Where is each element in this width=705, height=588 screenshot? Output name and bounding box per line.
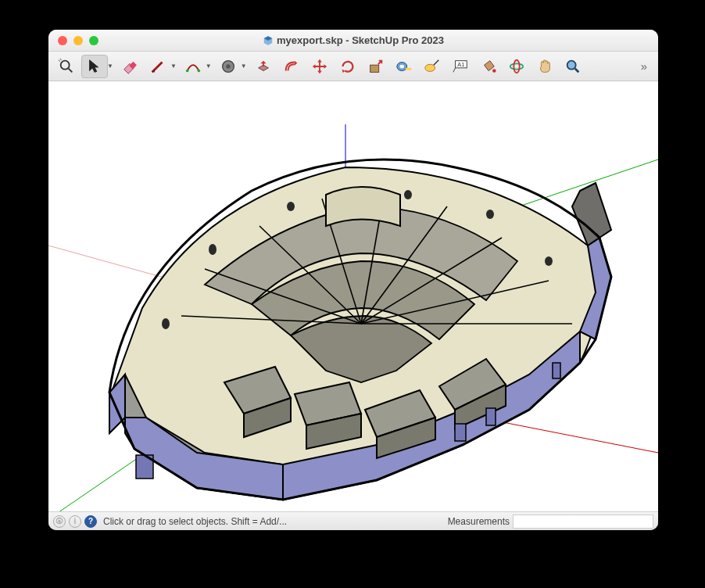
- statusbar: ⦿ i ? Click or drag to select objects. S…: [48, 511, 658, 530]
- measurements-label: Measurements: [448, 516, 510, 527]
- model-canvas: [48, 81, 658, 511]
- shapes-icon: [220, 58, 237, 75]
- paint-icon: [480, 58, 497, 75]
- search-icon: [58, 58, 75, 75]
- pan-tool[interactable]: [531, 55, 558, 78]
- title-text: myexport.skp - SketchUp Pro 2023: [277, 34, 444, 46]
- svg-point-5: [186, 69, 189, 72]
- scale-icon: [367, 58, 385, 75]
- rotate-tool[interactable]: [335, 55, 361, 78]
- svg-line-1: [69, 68, 73, 72]
- pan-icon: [536, 58, 553, 75]
- arc-dropdown[interactable]: ▼: [206, 63, 212, 70]
- arc-icon: [184, 58, 202, 75]
- tape-icon: [395, 58, 413, 75]
- move-icon: [311, 58, 328, 75]
- scale-tool[interactable]: [363, 55, 389, 78]
- svg-point-19: [510, 63, 523, 69]
- viewport-3d[interactable]: [48, 81, 658, 511]
- line-tool[interactable]: [145, 55, 171, 78]
- select-icon: [86, 58, 103, 75]
- paint-tool[interactable]: [475, 55, 502, 78]
- minimize-button[interactable]: [73, 36, 83, 45]
- svg-line-17: [453, 67, 456, 72]
- window-controls: [48, 36, 98, 45]
- svg-point-45: [545, 256, 553, 266]
- arc-tool[interactable]: [180, 55, 206, 78]
- svg-rect-39: [486, 408, 496, 425]
- svg-line-3: [59, 59, 60, 61]
- svg-point-8: [226, 64, 231, 69]
- svg-point-21: [567, 60, 575, 69]
- orbit-tool[interactable]: [503, 55, 530, 78]
- svg-point-46: [162, 318, 170, 329]
- svg-point-42: [287, 202, 295, 211]
- titlebar: myexport.skp - SketchUp Pro 2023: [48, 30, 658, 52]
- geolocation-icon[interactable]: ⦿: [53, 515, 66, 528]
- text-icon: A1: [452, 58, 469, 75]
- app-icon: [263, 35, 274, 46]
- svg-line-14: [434, 59, 438, 64]
- zoom-button[interactable]: [89, 36, 98, 45]
- credits-icon[interactable]: i: [69, 515, 81, 528]
- select-dropdown[interactable]: ▼: [107, 63, 113, 70]
- offset-tool[interactable]: [278, 55, 305, 78]
- svg-rect-9: [370, 65, 378, 72]
- svg-point-43: [404, 190, 412, 199]
- offset-icon: [283, 58, 300, 75]
- eraser-tool[interactable]: [116, 55, 143, 78]
- svg-point-11: [399, 64, 404, 68]
- svg-text:A1: A1: [457, 61, 464, 68]
- select-tool[interactable]: [81, 55, 108, 78]
- tape-tool[interactable]: [391, 55, 417, 78]
- svg-point-20: [514, 59, 519, 73]
- close-button[interactable]: [58, 36, 67, 45]
- app-window: myexport.skp - SketchUp Pro 2023 ▼: [48, 30, 658, 530]
- line-dropdown[interactable]: ▼: [170, 63, 177, 70]
- line-icon: [149, 58, 166, 75]
- toolbar: ▼ ▼ ▼: [48, 52, 658, 81]
- pushpull-icon: [255, 58, 272, 75]
- dimension-tool[interactable]: [419, 55, 446, 78]
- text-tool[interactable]: A1: [447, 55, 474, 78]
- dimension-icon: [424, 58, 441, 75]
- window-title: myexport.skp - SketchUp Pro 2023: [48, 34, 658, 46]
- zoom-icon: [564, 58, 582, 75]
- svg-point-0: [61, 60, 70, 69]
- rotate-icon: [339, 58, 356, 75]
- status-hint: Click or drag to select objects. Shift =…: [103, 516, 287, 527]
- svg-rect-40: [553, 363, 560, 378]
- svg-rect-12: [406, 67, 411, 70]
- svg-point-44: [486, 210, 494, 219]
- svg-point-6: [197, 69, 200, 72]
- svg-point-41: [209, 244, 217, 255]
- svg-point-13: [425, 64, 435, 71]
- orbit-icon: [508, 58, 525, 75]
- measurements-input[interactable]: [513, 514, 653, 529]
- svg-point-18: [492, 69, 496, 73]
- shapes-dropdown[interactable]: ▼: [241, 63, 247, 70]
- help-icon[interactable]: ?: [84, 515, 97, 528]
- svg-line-22: [574, 68, 578, 72]
- shapes-tool[interactable]: [215, 55, 242, 78]
- toolbar-overflow[interactable]: »: [635, 59, 653, 73]
- search-tool[interactable]: [53, 55, 80, 78]
- zoom-tool[interactable]: [560, 55, 586, 78]
- svg-line-2: [60, 58, 62, 59]
- eraser-icon: [121, 58, 138, 75]
- pushpull-tool[interactable]: [250, 55, 277, 78]
- move-tool[interactable]: [306, 55, 333, 78]
- svg-rect-38: [455, 424, 466, 441]
